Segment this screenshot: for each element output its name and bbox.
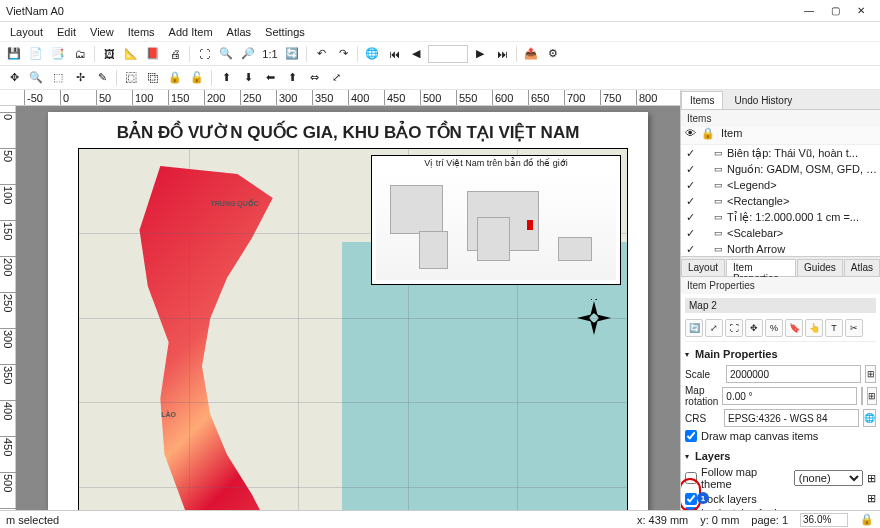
tab-items[interactable]: Items — [681, 91, 723, 109]
items-header-item: Item — [717, 127, 880, 144]
map-frame-main[interactable]: TRUNG QUỐC LÀO Vị trí Việt Nam trên bản … — [78, 148, 628, 510]
item-row[interactable]: ✓▭North Arrow — [681, 241, 880, 257]
ungroup-icon[interactable]: ⿻ — [143, 68, 163, 88]
new-layout-icon[interactable]: 📄 — [26, 44, 46, 64]
maximize-icon[interactable]: ▢ — [822, 2, 848, 20]
zoom-tool-icon[interactable]: 🔍 — [26, 68, 46, 88]
set-scale-icon[interactable]: % — [765, 319, 783, 337]
zoom-out-icon[interactable]: 🔎 — [238, 44, 258, 64]
follow-theme-checkbox[interactable] — [685, 472, 697, 484]
set-to-canvas-icon[interactable]: ⤢ — [705, 319, 723, 337]
close-icon[interactable]: ✕ — [848, 2, 874, 20]
export-image-icon[interactable]: 🖼 — [99, 44, 119, 64]
atlas-next-icon[interactable]: ▶ — [470, 44, 490, 64]
clip-icon[interactable]: ✂ — [845, 319, 863, 337]
item-properties-title: Item Properties — [681, 277, 880, 294]
scale-input[interactable] — [726, 365, 861, 383]
item-row[interactable]: ✓▭<Scalebar> — [681, 225, 880, 241]
save-icon[interactable]: 💾 — [4, 44, 24, 64]
item-row[interactable]: ✓▭Biên tập: Thái Vũ, hoàn t... — [681, 145, 880, 161]
unlock-icon[interactable]: 🔓 — [187, 68, 207, 88]
item-row[interactable]: ✓▭<Legend> — [681, 177, 880, 193]
zoom-100-icon[interactable]: 1:1 — [260, 44, 280, 64]
export-svg-icon[interactable]: 📐 — [121, 44, 141, 64]
tab-undo-history[interactable]: Undo History — [725, 91, 801, 109]
minimize-icon[interactable]: — — [796, 2, 822, 20]
duplicate-icon[interactable]: 📑 — [48, 44, 68, 64]
resize-icon[interactable]: ⤢ — [326, 68, 346, 88]
theme-override-icon[interactable]: ⊞ — [867, 472, 876, 485]
scale-label: Scale — [685, 369, 722, 380]
item-row[interactable]: ✓▭<Rectangle> — [681, 193, 880, 209]
align-top-icon[interactable]: ⬆ — [282, 68, 302, 88]
bookmark-icon[interactable]: 🔖 — [785, 319, 803, 337]
redo-icon[interactable]: ↷ — [333, 44, 353, 64]
crs-picker-icon[interactable]: 🌐 — [863, 409, 876, 427]
zoom-in-icon[interactable]: 🔍 — [216, 44, 236, 64]
rotation-spinner[interactable] — [861, 387, 863, 405]
atlas-last-icon[interactable]: ⏭ — [492, 44, 512, 64]
menu-edit[interactable]: Edit — [51, 24, 82, 40]
group-main-properties[interactable]: ▾Main Properties — [685, 346, 876, 362]
view-extent-icon[interactable]: ⛶ — [725, 319, 743, 337]
lock-layers-override-icon[interactable]: ⊞ — [867, 492, 876, 505]
atlas-prev-icon[interactable]: ◀ — [406, 44, 426, 64]
theme-select[interactable]: (none) — [794, 470, 863, 486]
export-pdf-icon[interactable]: 📕 — [143, 44, 163, 64]
scale-override-icon[interactable]: ⊞ — [865, 365, 876, 383]
atlas-preview-icon[interactable]: 🌐 — [362, 44, 382, 64]
menu-layout[interactable]: Layout — [4, 24, 49, 40]
select-icon[interactable]: ⬚ — [48, 68, 68, 88]
layout-manager-icon[interactable]: 🗂 — [70, 44, 90, 64]
inset-vietnam-marker — [527, 220, 533, 230]
atlas-page-combo[interactable] — [428, 45, 468, 63]
map-inset-world[interactable]: Vị trí Việt Nam trên bản đồ thế giới — [371, 155, 621, 285]
canvas-viewport[interactable]: BẢN ĐỒ VƯỜN QUỐC GIA, KHU BẢO TỒN TẠI VI… — [16, 106, 680, 510]
print-icon[interactable]: 🖨 — [165, 44, 185, 64]
zoom-lock-icon[interactable]: 🔒 — [860, 513, 874, 527]
pan-icon[interactable]: ✥ — [4, 68, 24, 88]
lock-styles-checkbox[interactable] — [685, 507, 697, 510]
lower-icon[interactable]: ⬇ — [238, 68, 258, 88]
atlas-first-icon[interactable]: ⏮ — [384, 44, 404, 64]
crs-input[interactable] — [724, 409, 859, 427]
ptab-item-properties[interactable]: Item Properties — [726, 259, 796, 276]
north-arrow-icon[interactable]: N — [575, 299, 613, 337]
status-zoom[interactable] — [800, 513, 848, 527]
layout-page[interactable]: BẢN ĐỒ VƯỜN QUỐC GIA, KHU BẢO TỒN TẠI VI… — [48, 112, 648, 510]
menu-items[interactable]: Items — [122, 24, 161, 40]
rotation-override-icon[interactable]: ⊞ — [867, 387, 877, 405]
group-layers[interactable]: ▾Layers — [685, 448, 876, 464]
edit-nodes-icon[interactable]: ✎ — [92, 68, 112, 88]
draw-canvas-checkbox[interactable] — [685, 430, 697, 442]
ptab-layout[interactable]: Layout — [681, 259, 725, 276]
item-row[interactable]: ✓▭Tỉ lệ: 1:2.000.000 1 cm =... — [681, 209, 880, 225]
ptab-guides[interactable]: Guides — [797, 259, 843, 276]
move-content-icon[interactable]: ✢ — [70, 68, 90, 88]
menu-atlas[interactable]: Atlas — [221, 24, 257, 40]
zoom-full-icon[interactable]: ⛶ — [194, 44, 214, 64]
title-bar: VietNam A0 — ▢ ✕ — [0, 0, 880, 22]
distribute-icon[interactable]: ⇔ — [304, 68, 324, 88]
undo-icon[interactable]: ↶ — [311, 44, 331, 64]
align-left-icon[interactable]: ⬅ — [260, 68, 280, 88]
menu-add-item[interactable]: Add Item — [163, 24, 219, 40]
lock-layers-checkbox[interactable] — [685, 493, 697, 505]
atlas-export-icon[interactable]: 📤 — [521, 44, 541, 64]
menu-settings[interactable]: Settings — [259, 24, 311, 40]
menu-view[interactable]: View — [84, 24, 120, 40]
ptab-atlas[interactable]: Atlas — [844, 259, 880, 276]
status-selected: m selected — [6, 514, 59, 526]
update-preview-icon[interactable]: 🔄 — [685, 319, 703, 337]
labels-icon[interactable]: T — [825, 319, 843, 337]
group-icon[interactable]: ⿴ — [121, 68, 141, 88]
refresh-icon[interactable]: 🔄 — [282, 44, 302, 64]
inset-title: Vị trí Việt Nam trên bản đồ thế giới — [372, 158, 620, 168]
rotation-input[interactable] — [722, 387, 857, 405]
atlas-settings-icon[interactable]: ⚙ — [543, 44, 563, 64]
lock-icon[interactable]: 🔒 — [165, 68, 185, 88]
move-extent-icon[interactable]: ✥ — [745, 319, 763, 337]
item-row[interactable]: ✓▭Nguồn: GADM, OSM, GFD, WL... — [681, 161, 880, 177]
interactive-icon[interactable]: 👆 — [805, 319, 823, 337]
raise-icon[interactable]: ⬆ — [216, 68, 236, 88]
